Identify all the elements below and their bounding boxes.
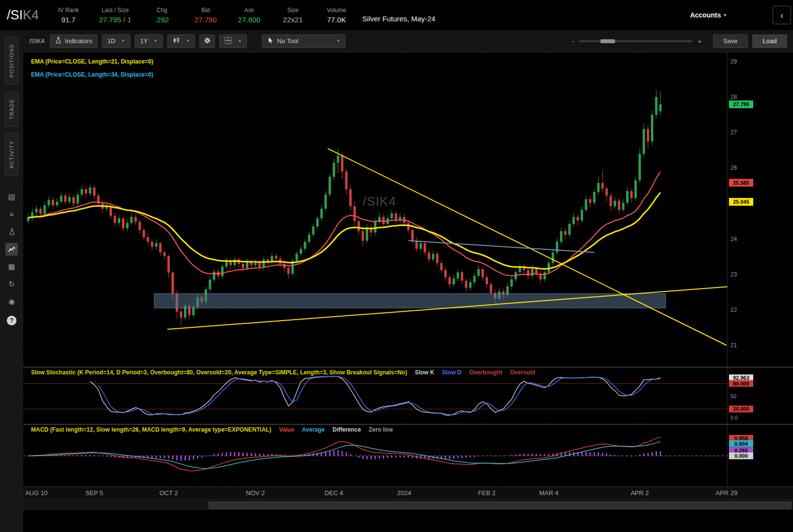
- grid-layout-dropdown[interactable]: ▼: [219, 34, 247, 48]
- charts-icon[interactable]: [5, 243, 18, 256]
- svg-text:80.000: 80.000: [733, 381, 749, 387]
- left-sidebar: POSITIONS TRADE ACTIVITY ▤ ≡ ▦ ↻ ◉ ?: [0, 30, 23, 532]
- symbol-title: /SIK4: [7, 8, 39, 23]
- load-button[interactable]: Load: [752, 34, 787, 48]
- macd-chart-svg[interactable]: 0.8580.6040.2650.000: [23, 425, 793, 486]
- sidebar-icon-rail: ▤ ≡ ▦ ↻ ◉ ?: [5, 191, 18, 325]
- stat-value: 77.0K: [327, 16, 346, 24]
- stat-value: .292: [155, 16, 169, 24]
- slow-k-line: [90, 376, 661, 415]
- time-axis-label: SEP 5: [82, 489, 106, 497]
- drawing-tool-dropdown[interactable]: No Tool ▼: [262, 34, 345, 48]
- time-axis-label: AUG 10: [25, 489, 48, 497]
- history-icon[interactable]: ↻: [5, 278, 18, 290]
- stat-size: Size 22x21: [280, 7, 306, 24]
- save-button[interactable]: Save: [713, 34, 748, 48]
- sidebar-tab-positions[interactable]: POSITIONS: [5, 37, 18, 85]
- help-icon[interactable]: ?: [7, 316, 16, 325]
- time-axis-label: DEC 4: [322, 489, 345, 497]
- svg-text:0.604: 0.604: [734, 441, 748, 447]
- study-labels: EMA (Price=CLOSE, Length=21, Displace=0)…: [31, 55, 153, 81]
- support-zone[interactable]: [154, 293, 666, 308]
- svg-text:50: 50: [730, 393, 736, 399]
- chart-widget: /SIK4 Indicators 1D▼ 1Y▼ ▼ ▼ No Tool ▼: [23, 30, 793, 532]
- watchlist-icon[interactable]: ▤: [5, 191, 18, 203]
- zoom-slider-thumb[interactable]: [600, 39, 615, 43]
- chevron-down-icon: ▼: [186, 39, 190, 43]
- legend-zero-line: Zero line: [369, 426, 393, 433]
- header-bar: /SIK4 IV Rank 91.7 Last / Size 27.795 / …: [0, 0, 793, 30]
- scrollbar-thumb[interactable]: [209, 501, 792, 509]
- time-axis[interactable]: AUG 10SEP 5OCT 2NOV 2DEC 42024FEB 2MAR 4…: [23, 486, 793, 499]
- legend-value: Value: [279, 426, 294, 433]
- gear-icon: [204, 37, 211, 46]
- timeframe-dropdown[interactable]: 1D▼: [102, 34, 130, 48]
- accounts-button[interactable]: Accounts▾: [690, 11, 726, 19]
- indicators-button[interactable]: Indicators: [50, 34, 97, 48]
- chevron-down-icon: ▼: [154, 39, 158, 43]
- instrument-title: Silver Futures, May-24: [362, 8, 436, 23]
- stat-value: 91.7: [61, 16, 75, 24]
- time-axis-label: NOV 2: [244, 489, 267, 497]
- zoom-in-button[interactable]: +: [697, 37, 702, 45]
- svg-text:28: 28: [730, 94, 737, 100]
- beaker-icon[interactable]: [5, 226, 18, 238]
- stat-volume: Volume 77.0K: [324, 7, 350, 24]
- macd-pane[interactable]: MACD (Fast length=12, Slow length=26, MA…: [23, 424, 793, 486]
- svg-text:27.795: 27.795: [733, 101, 749, 107]
- stochastic-header: Slow Stochastic (K Period=14, D Period=3…: [31, 369, 535, 376]
- stat-chg: Chg .292: [149, 7, 175, 24]
- bottom-filler: [23, 510, 793, 532]
- trendline-1[interactable]: [328, 148, 727, 345]
- zoom-slider[interactable]: [579, 40, 693, 42]
- ema34-study-label[interactable]: EMA (Price=CLOSE, Length=34, Displace=0): [31, 68, 153, 81]
- price-chart-svg[interactable]: 29282726252423222127.79525.58525.045: [23, 52, 793, 367]
- svg-text:25.045: 25.045: [733, 199, 749, 205]
- stat-last-size: Last / Size 27.795 / 1: [99, 7, 131, 24]
- chevron-down-icon: ▼: [238, 39, 242, 43]
- macd-header: MACD (Fast length=12, Slow length=26, MA…: [31, 426, 393, 433]
- legend-difference: Difference: [332, 426, 361, 433]
- ema21-study-label[interactable]: EMA (Price=CLOSE, Length=21, Displace=0): [31, 55, 153, 68]
- grid-icon[interactable]: ▦: [5, 260, 18, 273]
- stat-value: 22x21: [283, 16, 303, 24]
- price-pane[interactable]: EMA (Price=CLOSE, Length=21, Displace=0)…: [23, 52, 793, 367]
- symbol-root: /SI: [7, 8, 23, 22]
- indicators-flask-icon: [55, 37, 62, 45]
- chart-toolbar: /SIK4 Indicators 1D▼ 1Y▼ ▼ ▼ No Tool ▼: [23, 30, 793, 52]
- stochastic-pane[interactable]: Slow Stochastic (K Period=14, D Period=3…: [23, 367, 793, 424]
- chart-settings-button[interactable]: [199, 34, 215, 48]
- collapse-panel-button[interactable]: ‹: [773, 6, 791, 24]
- stochastic-chart-svg[interactable]: 92.96380.0005020.0000.0: [23, 368, 793, 424]
- chevron-down-icon: ▼: [336, 39, 340, 43]
- stochastic-title: Slow Stochastic (K Period=14, D Period=3…: [31, 369, 407, 376]
- zoom-control: - +: [572, 37, 702, 45]
- chart-style-dropdown[interactable]: ▼: [167, 34, 195, 48]
- stat-label: Last / Size: [101, 7, 129, 14]
- stat-value: 27.795 / 1: [99, 16, 131, 24]
- symbol-contract: K4: [23, 8, 39, 22]
- candlestick-style-icon: [173, 37, 180, 45]
- range-dropdown[interactable]: 1Y▼: [135, 34, 163, 48]
- sidebar-tab-activity[interactable]: ACTIVITY: [5, 133, 18, 176]
- stat-value: 27.800: [238, 16, 260, 24]
- zoom-out-button[interactable]: -: [572, 37, 574, 45]
- trendline-3[interactable]: [408, 241, 594, 252]
- svg-text:26: 26: [730, 164, 737, 171]
- svg-text:21: 21: [730, 342, 737, 349]
- stat-label: Volume: [327, 7, 346, 14]
- horizontal-scrollbar[interactable]: [23, 499, 793, 510]
- legend-overbought: Overbought: [469, 369, 502, 376]
- time-axis-label: OCT 2: [157, 489, 180, 497]
- legend-slow-k: Slow K: [415, 369, 434, 376]
- svg-text:20.000: 20.000: [733, 406, 749, 412]
- list-icon[interactable]: ≡: [5, 208, 18, 221]
- macd-title: MACD (Fast length=12, Slow length=26, MA…: [31, 426, 271, 433]
- legend-slow-d: Slow D: [442, 369, 461, 376]
- people-icon[interactable]: ◉: [5, 295, 18, 308]
- time-axis-label: MAR 4: [537, 489, 561, 497]
- svg-text:0.0: 0.0: [730, 415, 738, 420]
- sidebar-tab-trade[interactable]: TRADE: [5, 92, 18, 127]
- symbol-watermark: /SIK4: [363, 194, 396, 209]
- legend-oversold: Oversold: [510, 369, 535, 376]
